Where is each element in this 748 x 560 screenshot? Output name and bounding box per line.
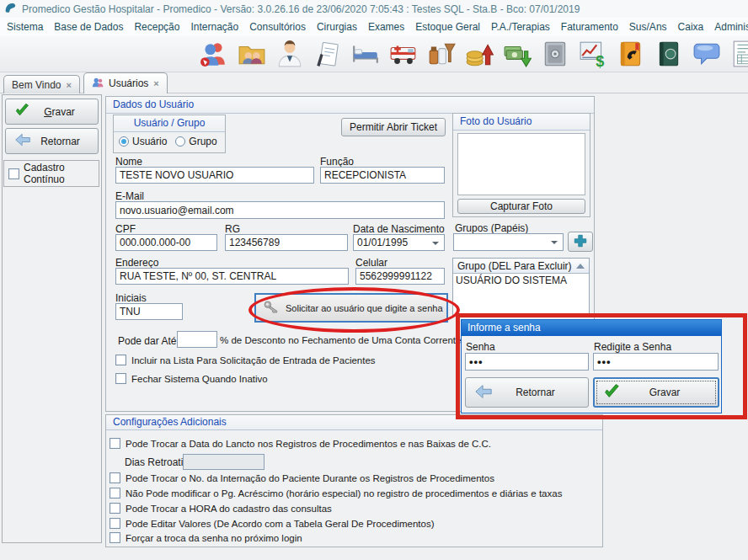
nao-modificar-acrescimo-checkbox[interactable] bbox=[110, 488, 120, 499]
trocar-hora-checkbox[interactable] bbox=[110, 503, 120, 514]
add-grupo-button[interactable] bbox=[568, 232, 593, 252]
menu-item-estoque-geral[interactable]: Estoque Geral bbox=[415, 21, 480, 33]
desconto-suffix-label: % de Desconto no Fechamento de Uma Conta… bbox=[220, 335, 461, 345]
nascimento-combo[interactable]: 01/01/1995 bbox=[353, 234, 445, 251]
user-photo-placeholder bbox=[457, 133, 585, 195]
ledger-book-icon[interactable] bbox=[654, 40, 683, 68]
desconto-input[interactable] bbox=[177, 331, 217, 348]
menu-item-pa-terapias[interactable]: P.A./Terapias bbox=[491, 21, 550, 33]
menu-item-recepcao[interactable]: Recepção bbox=[134, 21, 179, 33]
check-icon bbox=[602, 382, 621, 403]
grupo-radio[interactable] bbox=[175, 136, 185, 147]
permitir-abrir-ticket-button[interactable]: Permitir Abrir Ticket bbox=[341, 118, 446, 136]
menu-item-consultorios[interactable]: Consultórios bbox=[249, 21, 306, 33]
menu-item-cirurgias[interactable]: Cirurgias bbox=[317, 21, 357, 33]
usuario-grupo-box-title: Usuário / Grupo bbox=[114, 115, 225, 132]
redigite-senha-input[interactable]: ••• bbox=[593, 353, 719, 371]
cpf-input[interactable]: 000.000.000-00 bbox=[115, 234, 217, 251]
funcao-input[interactable]: RECEPCIONISTA bbox=[320, 167, 445, 184]
pharmacy-icon[interactable] bbox=[427, 40, 456, 68]
config-row: Pode Editar Valores (De Acordo com a Tab… bbox=[110, 518, 434, 529]
informe-senha-dialog: Informe a senha Senha ••• Redigite a Sen… bbox=[461, 319, 722, 413]
fechar-sistema-checkbox[interactable] bbox=[115, 373, 126, 384]
prescription-icon[interactable] bbox=[313, 40, 342, 68]
capturar-foto-button[interactable]: Capturar Foto bbox=[457, 199, 585, 214]
rg-input[interactable]: 123456789 bbox=[225, 234, 348, 251]
dias-retroativos-input[interactable] bbox=[183, 454, 264, 470]
config-row: Não Pode modificar o Pg. Acréscimo (horá… bbox=[110, 488, 562, 499]
finance-chart-icon[interactable]: $ bbox=[579, 40, 607, 68]
config-row: Pode Trocar a Data do Lancto nos Registr… bbox=[110, 438, 491, 449]
dialog-gravar-label: Gravar bbox=[633, 387, 681, 398]
tab-usuarios-close-icon[interactable]: × bbox=[153, 78, 158, 88]
email-input[interactable]: novo.usuario@email.com bbox=[115, 201, 445, 219]
report-form-icon[interactable] bbox=[730, 40, 748, 68]
trocar-hora-label: Pode Trocar a HORA do cadastro das consu… bbox=[126, 504, 332, 514]
chat-icon[interactable] bbox=[692, 40, 721, 68]
toolbar: $ bbox=[0, 36, 748, 72]
forcar-troca-senha-checkbox[interactable] bbox=[110, 532, 120, 543]
usuario-grupo-box: Usuário / Grupo bbox=[113, 115, 226, 153]
highlight-ellipse-annotation bbox=[248, 287, 460, 333]
informe-senha-title: Informe a senha bbox=[462, 320, 721, 336]
iniciais-input[interactable]: TNU bbox=[115, 303, 183, 320]
dialog-retornar-label: Retornar bbox=[499, 387, 555, 398]
menu-item-sistema[interactable]: Sistema bbox=[7, 21, 43, 33]
grupo-list-header[interactable]: Grupo (DEL Para Excluir) bbox=[453, 259, 589, 274]
incluir-lista-row: Incluir na Lista Para Solicitação de Ent… bbox=[115, 355, 376, 365]
menu-item-faturamento[interactable]: Faturamento bbox=[561, 21, 618, 33]
users-icon[interactable] bbox=[200, 40, 228, 68]
gravar-sidebar-button[interactable]: Gravar bbox=[5, 99, 99, 125]
menu-item-caixa[interactable]: Caixa bbox=[678, 21, 704, 33]
celular-input[interactable]: 5562999991122 bbox=[355, 268, 445, 285]
menu-item-internacao[interactable]: Internação bbox=[190, 21, 238, 33]
menu-item-base-de-dados[interactable]: Base de Dados bbox=[54, 21, 123, 33]
cash-in-icon[interactable] bbox=[465, 40, 494, 68]
plus-icon bbox=[573, 233, 588, 251]
dialog-retornar-button[interactable]: Retornar bbox=[465, 377, 589, 408]
title-bar: Promedico Gestão Hospitalar - Promedico … bbox=[0, 0, 748, 18]
trocar-data-lancto-label: Pode Trocar a Data do Lancto nos Registr… bbox=[126, 439, 491, 449]
menu-bar: Sistema Base de Dados Recepção Internaçã… bbox=[0, 18, 748, 36]
dropdown-arrow-icon[interactable] bbox=[432, 242, 439, 245]
dropdown-arrow-icon[interactable] bbox=[551, 241, 558, 244]
check-icon bbox=[13, 102, 30, 121]
editar-valores-checkbox[interactable] bbox=[110, 518, 120, 529]
trocar-internacao-checkbox[interactable] bbox=[110, 472, 120, 483]
forcar-troca-senha-label: Forçar a troca da senha no próximo login bbox=[126, 533, 302, 543]
tab-usuarios[interactable]: Usuários × bbox=[83, 72, 168, 93]
celular-label: Celular bbox=[355, 257, 387, 269]
trocar-data-lancto-checkbox[interactable] bbox=[110, 438, 120, 449]
menu-item-exames[interactable]: Exames bbox=[368, 21, 404, 33]
menu-item-sus-ans[interactable]: Sus/Ans bbox=[629, 21, 667, 33]
arrow-left-icon bbox=[13, 131, 32, 151]
retornar-sidebar-label: Retornar bbox=[24, 136, 80, 147]
usuario-radio[interactable] bbox=[119, 136, 129, 147]
retornar-sidebar-button[interactable]: Retornar bbox=[5, 128, 99, 154]
patients-folder-icon[interactable] bbox=[238, 40, 266, 68]
menu-item-administracao[interactable]: Administra bbox=[714, 21, 748, 33]
ambulance-icon[interactable] bbox=[389, 40, 418, 68]
application-window: Promedico Gestão Hospitalar - Promedico … bbox=[0, 0, 748, 560]
grupo-list-item[interactable]: USUÁRIO DO SISTEMA bbox=[453, 274, 589, 288]
phone-directory-icon[interactable] bbox=[617, 40, 645, 68]
nome-label: Nome bbox=[115, 156, 142, 168]
endereco-input[interactable]: RUA TESTE, Nº 00, ST. CENTRAL bbox=[115, 268, 349, 285]
incluir-lista-checkbox[interactable] bbox=[115, 355, 126, 365]
funcao-label: Função bbox=[320, 156, 354, 168]
tab-bem-vindo[interactable]: Bem Vindo × bbox=[3, 75, 80, 93]
cash-out-icon[interactable] bbox=[503, 40, 532, 68]
grupos-combo[interactable] bbox=[453, 233, 564, 251]
doctor-icon[interactable] bbox=[275, 40, 304, 68]
senha-label: Senha bbox=[466, 341, 495, 353]
nome-input[interactable]: TESTE NOVO USUARIO bbox=[115, 167, 314, 184]
cadastro-continuo-checkbox[interactable] bbox=[8, 168, 19, 179]
fechar-sistema-row: Fechar Sistema Quando Inativo bbox=[115, 373, 268, 384]
tab-bem-vindo-close-icon[interactable]: × bbox=[66, 80, 71, 90]
redigite-senha-label: Redigite a Senha bbox=[594, 341, 671, 353]
dialog-gravar-button[interactable]: Gravar bbox=[593, 377, 719, 408]
arrow-left-icon bbox=[473, 382, 494, 403]
senha-input[interactable]: ••• bbox=[465, 353, 589, 371]
hospital-bed-icon[interactable] bbox=[351, 40, 380, 68]
safe-icon[interactable] bbox=[541, 40, 569, 68]
